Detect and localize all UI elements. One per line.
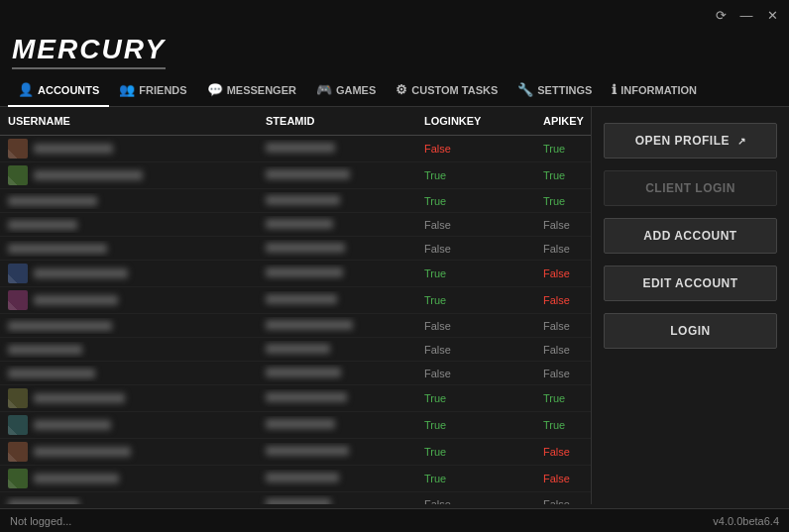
- open-profile-arrow: ↗: [737, 136, 746, 147]
- col-username: USERNAME: [0, 111, 258, 131]
- steamid-cell: [258, 166, 416, 184]
- login-button[interactable]: LOGIN: [604, 313, 777, 349]
- table-row[interactable]: TrueTrue: [0, 412, 591, 439]
- username-cell: [0, 366, 258, 381]
- minimize-button[interactable]: —: [737, 6, 755, 24]
- steamid-cell: [258, 495, 416, 505]
- username-cell: [0, 136, 258, 161]
- nav-label-games: GAMES: [336, 84, 376, 96]
- steamid-cell: [258, 140, 416, 158]
- username-cell: [0, 217, 258, 233]
- nav-item-settings[interactable]: 🔧SETTINGS: [507, 75, 602, 107]
- username-cell: [0, 385, 258, 411]
- table-row[interactable]: TrueFalse: [0, 287, 591, 314]
- steamid-cell: [258, 240, 416, 258]
- table-row[interactable]: TrueTrue: [0, 189, 591, 213]
- table-row[interactable]: TrueFalse: [0, 261, 591, 287]
- table-row[interactable]: TrueTrue: [0, 385, 591, 412]
- username-cell: [0, 496, 258, 505]
- loginkey-cell: True: [416, 291, 535, 309]
- games-icon: 🎮: [316, 82, 332, 97]
- nav-label-friends: FRIENDS: [139, 84, 186, 96]
- loginkey-cell: True: [416, 416, 535, 434]
- apikey-cell: True: [535, 416, 591, 434]
- edit-account-button[interactable]: EDIT ACCOUNT: [604, 266, 777, 301]
- apikey-cell: True: [535, 140, 591, 158]
- apikey-cell: False: [535, 291, 591, 309]
- client-login-button[interactable]: Client Login: [604, 170, 777, 206]
- steamid-cell: [258, 216, 416, 234]
- steamid-cell: [258, 443, 416, 461]
- steamid-cell: [258, 265, 416, 282]
- steamid-cell: [258, 192, 416, 210]
- steamid-cell: [258, 389, 416, 407]
- apikey-cell: False: [535, 216, 591, 234]
- table-row[interactable]: TrueTrue: [0, 162, 591, 189]
- steamid-cell: [258, 470, 416, 487]
- table-header: USERNAME STEAMID LOGINKEY APIKEY: [0, 107, 591, 136]
- loginkey-cell: False: [416, 341, 535, 359]
- logo-bar: MERCURY: [0, 30, 789, 75]
- steamid-cell: [258, 416, 416, 434]
- username-cell: [0, 318, 258, 334]
- table-row[interactable]: TrueFalse: [0, 466, 591, 492]
- loginkey-cell: False: [416, 495, 535, 505]
- table-row[interactable]: FalseFalse: [0, 338, 591, 362]
- nav-item-information[interactable]: ℹINFORMATION: [602, 75, 707, 107]
- col-loginkey: LOGINKEY: [416, 111, 535, 131]
- nav-item-messenger[interactable]: 💬MESSENGER: [197, 75, 306, 107]
- apikey-cell: False: [535, 443, 591, 461]
- add-account-button[interactable]: ADD ACCOUNT: [604, 218, 777, 254]
- col-apikey: APIKEY: [535, 111, 591, 131]
- table-body[interactable]: FalseTrueTrueTrueTrueTrueFalseFalseFalse…: [0, 136, 591, 504]
- username-cell: [0, 342, 258, 358]
- table-row[interactable]: TrueFalse: [0, 439, 591, 466]
- table-row[interactable]: FalseFalse: [0, 492, 591, 504]
- loginkey-cell: False: [416, 240, 535, 258]
- loginkey-cell: False: [416, 317, 535, 335]
- loginkey-cell: False: [416, 140, 535, 158]
- table-row[interactable]: FalseFalse: [0, 213, 591, 237]
- loginkey-cell: True: [416, 389, 535, 407]
- table-row[interactable]: FalseFalse: [0, 362, 591, 385]
- close-button[interactable]: ✕: [763, 6, 781, 24]
- nav-item-custom-tasks[interactable]: ⚙CUSTOM TASKS: [386, 75, 507, 107]
- apikey-cell: True: [535, 389, 591, 407]
- logo-text: MERCURY: [12, 34, 166, 69]
- username-cell: [0, 241, 258, 257]
- right-panel: OPEN PROFILE ↗ Client Login ADD ACCOUNT …: [591, 107, 789, 504]
- nav-label-information: INFORMATION: [620, 84, 697, 96]
- apikey-cell: False: [535, 495, 591, 505]
- status-right: v4.0.0beta6.4: [713, 515, 779, 527]
- main-content: USERNAME STEAMID LOGINKEY APIKEY FalseTr…: [0, 107, 789, 504]
- restore-button[interactable]: ⟳: [712, 6, 730, 24]
- messenger-icon: 💬: [207, 82, 223, 97]
- nav-item-friends[interactable]: 👥FRIENDS: [109, 75, 196, 107]
- settings-icon: 🔧: [517, 82, 533, 97]
- table-row[interactable]: FalseTrue: [0, 136, 591, 162]
- nav-item-accounts[interactable]: 👤ACCOUNTS: [8, 75, 109, 107]
- apikey-cell: False: [535, 317, 591, 335]
- open-profile-button[interactable]: OPEN PROFILE ↗: [604, 123, 777, 159]
- title-bar: ⟳ — ✕: [0, 0, 789, 30]
- nav-item-games[interactable]: 🎮GAMES: [306, 75, 386, 107]
- username-cell: [0, 412, 258, 438]
- username-cell: [0, 162, 258, 188]
- apikey-cell: True: [535, 192, 591, 210]
- nav-label-messenger: MESSENGER: [227, 84, 296, 96]
- loginkey-cell: True: [416, 166, 535, 184]
- table-row[interactable]: FalseFalse: [0, 237, 591, 261]
- friends-icon: 👥: [119, 82, 135, 97]
- loginkey-cell: True: [416, 192, 535, 210]
- loginkey-cell: False: [416, 365, 535, 382]
- nav-label-settings: SETTINGS: [537, 84, 592, 96]
- nav-label-accounts: ACCOUNTS: [38, 84, 99, 96]
- username-cell: [0, 439, 258, 465]
- loginkey-cell: True: [416, 470, 535, 487]
- status-left: Not logged...: [10, 515, 71, 527]
- loginkey-cell: False: [416, 216, 535, 234]
- table-row[interactable]: FalseFalse: [0, 314, 591, 338]
- accounts-icon: 👤: [18, 82, 34, 97]
- apikey-cell: False: [535, 365, 591, 382]
- loginkey-cell: True: [416, 443, 535, 461]
